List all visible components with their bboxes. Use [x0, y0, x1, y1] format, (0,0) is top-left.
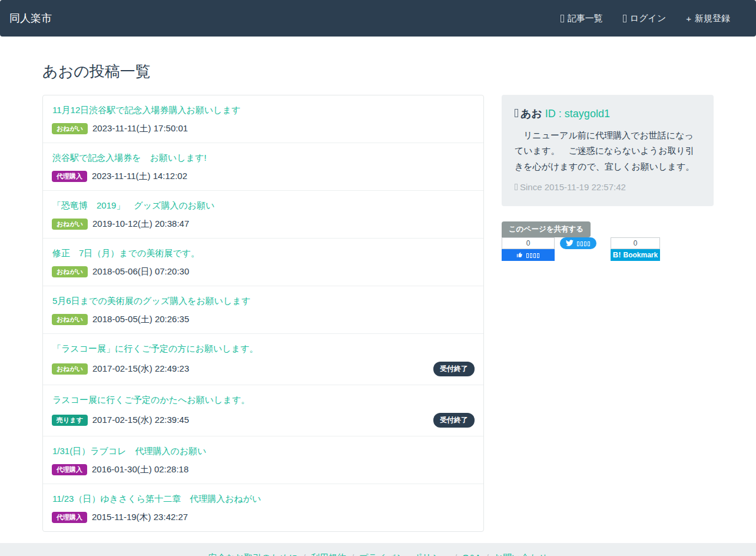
post-date: 2018-05-05(土) 20:26:35	[92, 314, 189, 325]
post-category-badge: おねがい	[52, 363, 88, 375]
post-title-link[interactable]: ラスコー展に行くご予定のかたへお願いします。	[52, 395, 250, 406]
post-category-badge: おねがい	[52, 266, 88, 277]
footer-link[interactable]: お問い合わせ	[494, 552, 548, 556]
post-meta: おねがい 2017-02-15(水) 22:49:23 受付終了	[52, 362, 475, 376]
post-category-badge: 代理購入	[52, 512, 87, 523]
navbar-menu: 記事一覧 ログイン + 新規登録	[561, 13, 745, 24]
profile-since-text: Since 2015-11-19 22:57:42	[520, 182, 626, 192]
post-meta: おねがい 2018-05-05(土) 20:26:35	[52, 314, 475, 325]
footer-separator: /	[352, 552, 354, 556]
login-icon	[623, 15, 626, 22]
post-title-link[interactable]: 1/31(日）ラブコレ 代理購入のお願い	[52, 446, 207, 457]
post-meta: 売ります 2017-02-15(水) 22:39:45 受付終了	[52, 413, 475, 428]
profile-head: あお ID : staygold1	[515, 107, 701, 121]
footer-separator: /	[455, 552, 457, 556]
post-meta: 代理購入 2015-11-19(木) 23:42:27	[52, 512, 475, 523]
plus-icon: +	[686, 14, 691, 24]
post-meta: おねがい 2018-05-06(日) 07:20:30	[52, 266, 475, 277]
post-category-badge: おねがい	[52, 314, 88, 325]
post-date: 2017-02-15(水) 22:39:45	[92, 415, 189, 426]
twitter-bird-icon	[566, 239, 573, 247]
footer-links: 安全なお取引のために/利用規約/プライバシーポリシー/Q&A/お問い合わせ	[0, 552, 756, 556]
navbar: 同人楽市 記事一覧 ログイン + 新規登録	[0, 0, 756, 37]
hatena-bookmark-label: Bookmark	[624, 251, 658, 259]
post-row: ラスコー展に行くご予定のかたへお願いします。 売ります 2017-02-15(水…	[43, 385, 483, 436]
facebook-like-widget[interactable]: 0	[502, 237, 555, 261]
post-category-badge: 代理購入	[52, 171, 87, 182]
post-date: 2018-05-06(日) 07:20:30	[92, 266, 189, 277]
post-row: 渋谷駅で記念入場券を お願いします! 代理購入 2023-11-11(土) 14…	[43, 143, 483, 191]
footer-link[interactable]: 安全なお取引のために	[208, 552, 298, 556]
post-row: 「恐竜博 2019」 グッズ購入のお願い おねがい 2019-10-12(土) …	[43, 191, 483, 239]
post-list: 11月12日渋谷駅で記念入場券購入お願いします おねがい 2023-11-11(…	[42, 95, 484, 532]
post-title-link[interactable]: 「ラスコー展」に行くご予定の方にお願いします。	[52, 343, 258, 355]
share-label: このページを共有する	[502, 221, 591, 237]
facebook-like-count: 0	[502, 237, 555, 249]
user-icon	[515, 109, 518, 117]
post-date: 2016-01-30(土) 02:28:18	[92, 464, 188, 475]
post-row: 1/31(日）ラブコレ 代理購入のお願い 代理購入 2016-01-30(土) …	[43, 436, 483, 484]
post-title-link[interactable]: 渋谷駅で記念入場券を お願いします!	[52, 153, 207, 164]
hatena-bookmark-button[interactable]: B! Bookmark	[611, 249, 660, 261]
post-date: 2023-11-11(土) 17:50:01	[92, 123, 188, 134]
post-row: 「ラスコー展」に行くご予定の方にお願いします。 おねがい 2017-02-15(…	[43, 334, 483, 385]
post-date: 2023-11-11(土) 14:12:02	[92, 171, 187, 182]
post-category-badge: おねがい	[52, 219, 88, 230]
footer-link[interactable]: Q&A	[462, 552, 481, 556]
post-title-link[interactable]: 「恐竜博 2019」 グッズ購入のお願い	[52, 200, 214, 211]
twitter-tweet-button[interactable]	[560, 237, 596, 249]
post-date: 2019-10-12(土) 20:38:47	[92, 219, 189, 230]
brand-logo[interactable]: 同人楽市	[9, 11, 52, 25]
profile-since: Since 2015-11-19 22:57:42	[515, 182, 701, 192]
post-category-badge: 代理購入	[52, 464, 87, 475]
post-row: 修正 7日（月）までの美術展です。 おねがい 2018-05-06(日) 07:…	[43, 239, 483, 286]
list-icon	[561, 15, 564, 22]
nav-item-register[interactable]: + 新規登録	[686, 13, 730, 24]
sidebar: あお ID : staygold1 リニューアル前に代理購入でお世話になっていま…	[502, 95, 714, 261]
nav-item-login-label: ログイン	[630, 13, 666, 24]
footer-link[interactable]: 利用規約	[311, 552, 346, 556]
thumbs-up-icon	[516, 251, 523, 258]
post-date: 2017-02-15(水) 22:49:23	[92, 363, 189, 375]
tweet-glyphs	[576, 238, 591, 249]
post-date: 2015-11-19(木) 23:42:27	[92, 512, 188, 523]
footer-separator: /	[486, 552, 489, 556]
post-title-link[interactable]: 修正 7日（月）までの美術展です。	[52, 248, 200, 259]
post-title-link[interactable]: 11月12日渋谷駅で記念入場券購入お願いします	[52, 105, 240, 116]
page-title: あおの投稿一覧	[42, 61, 714, 82]
profile-name: あお	[520, 108, 542, 120]
hatena-b-icon: B!	[613, 250, 621, 259]
closed-status-badge: 受付終了	[433, 362, 475, 376]
post-row: 11月12日渋谷駅で記念入場券購入お願いします おねがい 2023-11-11(…	[43, 95, 483, 143]
hatena-count: 0	[611, 237, 660, 249]
share-buttons: 0 0 B! Bookmark	[502, 237, 714, 261]
post-meta: 代理購入 2016-01-30(土) 02:28:18	[52, 464, 475, 475]
post-category-badge: 売ります	[52, 415, 88, 426]
post-meta: おねがい 2023-11-11(土) 17:50:01	[52, 123, 475, 134]
post-title-link[interactable]: 11/23（日）ゆきさくら第十二章 代理購入おねがい	[52, 494, 261, 505]
post-row: 5月6日までの美術展のグッズ購入をお願いします おねがい 2018-05-05(…	[43, 286, 483, 334]
profile-card: あお ID : staygold1 リニューアル前に代理購入でお世話になっていま…	[502, 95, 714, 206]
facebook-like-glyphs	[526, 250, 540, 260]
nav-item-login[interactable]: ログイン	[623, 13, 666, 24]
profile-description: リニューアル前に代理購入でお世話になっています。 ご迷惑にならないようお取り引き…	[515, 128, 701, 174]
closed-status-badge: 受付終了	[433, 413, 475, 428]
post-category-badge: おねがい	[52, 123, 88, 134]
nav-item-register-label: 新規登録	[695, 13, 730, 24]
clock-icon	[515, 184, 518, 190]
facebook-like-button[interactable]	[502, 249, 555, 261]
post-title-link[interactable]: 5月6日までの美術展のグッズ購入をお願いします	[52, 296, 250, 307]
hatena-bookmark-widget[interactable]: 0 B! Bookmark	[611, 237, 660, 261]
footer: 安全なお取引のために/利用規約/プライバシーポリシー/Q&A/お問い合わせ	[0, 543, 756, 556]
footer-separator: /	[303, 552, 306, 556]
share-area: このページを共有する 0 0	[502, 221, 714, 261]
post-meta: おねがい 2019-10-12(土) 20:38:47	[52, 219, 475, 230]
footer-link[interactable]: プライバシーポリシー	[359, 552, 449, 556]
nav-item-articles-label: 記事一覧	[568, 13, 603, 24]
profile-id-link[interactable]: ID : staygold1	[545, 108, 610, 120]
nav-item-articles[interactable]: 記事一覧	[561, 13, 603, 24]
post-meta: 代理購入 2023-11-11(土) 14:12:02	[52, 171, 475, 182]
post-row: 11/23（日）ゆきさくら第十二章 代理購入おねがい 代理購入 2015-11-…	[43, 484, 483, 531]
